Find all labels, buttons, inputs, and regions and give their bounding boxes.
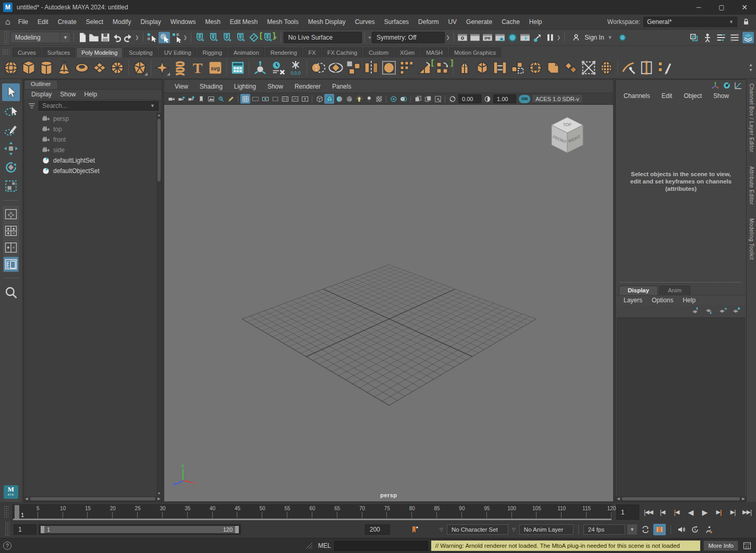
gamma-field[interactable]: 1.00 xyxy=(493,94,516,103)
window-minimize-icon[interactable]: ─ xyxy=(687,0,710,15)
xgen-sphere-icon[interactable] xyxy=(617,32,628,43)
reduce-icon[interactable] xyxy=(398,59,416,77)
center-pivot-icon[interactable] xyxy=(251,59,269,77)
menu-item[interactable]: Edit xyxy=(33,18,53,26)
layout-outliner-icon[interactable] xyxy=(3,256,19,272)
sidebar-vertical-tab[interactable]: Channel Box / Layer Editor xyxy=(749,83,754,153)
layout-single-icon[interactable] xyxy=(3,206,19,222)
bevel-icon[interactable] xyxy=(473,59,491,77)
redo-icon[interactable] xyxy=(123,32,134,43)
insert-edge-loop-icon[interactable] xyxy=(638,59,655,77)
menu-item[interactable]: Select xyxy=(81,18,108,26)
vp-gate-mask-icon[interactable] xyxy=(270,94,280,104)
remesh-icon[interactable] xyxy=(598,59,615,77)
vp-isolate-icon[interactable] xyxy=(388,94,398,104)
freeze-transform-icon[interactable]: 0,0,0 xyxy=(287,59,304,77)
vp-wireframe-icon[interactable] xyxy=(314,94,324,104)
separate-icon[interactable] xyxy=(345,59,362,77)
menu-item[interactable]: Help xyxy=(525,18,547,26)
channel-box-menu-item[interactable]: Channels xyxy=(619,92,655,100)
render-frame-icon[interactable] xyxy=(469,32,481,43)
viewport-menu-item[interactable]: Renderer xyxy=(289,83,326,90)
lock-icon[interactable] xyxy=(740,16,752,28)
shelf-tab[interactable]: XGen xyxy=(395,47,420,57)
pb-step-back-icon[interactable]: |◀ xyxy=(655,506,669,519)
home-icon[interactable]: ⌂ xyxy=(5,17,10,27)
outliner-search-input[interactable]: Search... ▼ xyxy=(39,101,158,110)
helix-icon[interactable] xyxy=(171,59,189,77)
select-tool-icon[interactable] xyxy=(2,83,20,101)
vp-shadows-icon[interactable] xyxy=(364,94,374,104)
loop-icon[interactable] xyxy=(640,524,651,535)
vp-copy-image-icon[interactable] xyxy=(413,94,423,104)
lasso-tool-icon[interactable] xyxy=(2,102,20,120)
layer-editor-menu-item[interactable]: Options xyxy=(648,297,677,304)
drag-grip[interactable] xyxy=(4,31,9,44)
menu-item[interactable]: Mesh Tools xyxy=(262,18,303,26)
poly-cone-icon[interactable] xyxy=(55,59,73,77)
undo-icon[interactable] xyxy=(111,32,123,43)
sort-outliner-icon[interactable] xyxy=(729,32,740,43)
shelf-tab[interactable]: Sculpting xyxy=(124,47,157,57)
select-hierarchy-icon[interactable] xyxy=(146,32,157,43)
outliner-item[interactable]: side xyxy=(42,145,156,155)
color-management-on-badge[interactable]: ON xyxy=(519,95,530,103)
symmetry-field[interactable]: Symmetry: Off xyxy=(372,32,445,43)
pb-play-icon[interactable]: ▶ xyxy=(698,506,712,519)
align-objects-icon[interactable] xyxy=(715,32,727,43)
vp-resolution-gate-icon[interactable] xyxy=(260,94,270,104)
anim-layer-select[interactable]: No Anim Layer xyxy=(519,524,574,535)
layer-add-selected-icon[interactable] xyxy=(731,306,741,315)
spin-edge-icon[interactable] xyxy=(433,59,451,77)
vp-exposure-icon[interactable] xyxy=(447,94,457,104)
layer-move-down-icon[interactable] xyxy=(704,306,714,315)
menu-item[interactable]: Mesh xyxy=(200,18,225,26)
axis-tripod-icon[interactable] xyxy=(711,81,720,90)
exposure-field[interactable]: 0.00 xyxy=(458,94,481,103)
vp-image-ratio-icon[interactable] xyxy=(290,94,300,104)
shelf-tab[interactable]: Rendering xyxy=(265,47,302,57)
script-editor-icon[interactable]: {;} xyxy=(741,540,753,551)
scale-tool-icon[interactable] xyxy=(2,177,20,195)
viewport-menu-item[interactable]: Panels xyxy=(327,83,357,90)
auto-keyframe-toggle[interactable] xyxy=(653,524,666,535)
poly-torus-icon[interactable] xyxy=(73,59,91,77)
shelf-tab[interactable]: FX xyxy=(303,47,321,57)
snap-grid-icon[interactable] xyxy=(194,32,205,43)
open-scene-icon[interactable] xyxy=(88,32,100,43)
vp-bookmark-icon[interactable] xyxy=(196,94,206,104)
magnifier-icon[interactable] xyxy=(2,284,20,301)
pb-goto-end-icon[interactable]: ▶▶| xyxy=(740,506,754,519)
shelf-tab[interactable]: FX Caching xyxy=(322,47,362,57)
rotate-tool-icon[interactable] xyxy=(2,158,20,176)
time-ruler[interactable]: 1 51015202530354045505560657075808590951… xyxy=(13,505,612,520)
shelf-scroll[interactable]: ▲ ▼ xyxy=(749,64,754,72)
chevron-down-icon[interactable]: ▼ xyxy=(627,524,638,535)
outliner-tab[interactable]: Outliner xyxy=(24,80,58,89)
window-maximize-icon[interactable]: ▢ xyxy=(710,0,733,15)
vp-image-plane-icon[interactable] xyxy=(206,94,216,104)
save-scene-icon[interactable] xyxy=(100,32,111,43)
layout-four-icon[interactable] xyxy=(3,223,19,239)
toggle-panels-icon[interactable] xyxy=(742,32,754,43)
layout-two-icon[interactable] xyxy=(3,240,19,255)
select-object-icon[interactable] xyxy=(158,32,170,43)
mirror-icon[interactable] xyxy=(362,59,380,77)
vp-lights-icon[interactable] xyxy=(354,94,364,104)
outliner-item[interactable]: defaultLightSet xyxy=(42,155,156,166)
menu-item[interactable]: Edit Mesh xyxy=(225,18,262,26)
outliner-hscrollbar[interactable]: ◀ ▶ xyxy=(24,496,162,501)
chevron-down-icon[interactable]: ▽ xyxy=(510,527,517,532)
graph-icon[interactable] xyxy=(734,81,743,90)
range-slider-bar[interactable]: 1 120 xyxy=(41,526,239,533)
range-slider-track[interactable]: 1 120 xyxy=(39,524,241,535)
drag-grip[interactable] xyxy=(5,522,10,537)
view-cube[interactable]: TOP FRONT RIGHT xyxy=(543,113,591,161)
menu-item[interactable]: Generate xyxy=(461,18,497,26)
pb-prev-key-icon[interactable]: |◀ xyxy=(669,506,684,519)
command-language-label[interactable]: MEL xyxy=(318,542,331,549)
bridge-icon[interactable] xyxy=(491,59,509,77)
animation-start-field[interactable]: 1 xyxy=(14,524,36,535)
menu-set-select[interactable]: Modeling xyxy=(10,32,60,43)
extrude-icon[interactable] xyxy=(456,59,473,77)
